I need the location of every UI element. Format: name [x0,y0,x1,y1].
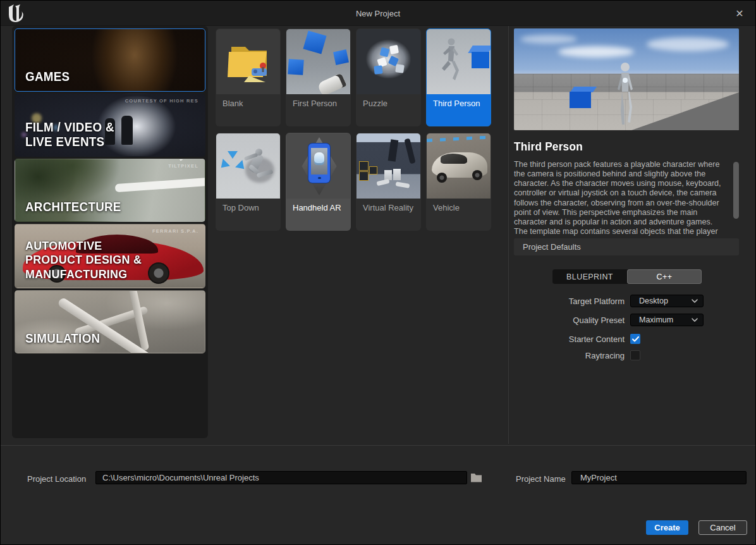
project-defaults-header: Project Defaults [514,238,739,255]
category-simulation[interactable]: SIMULATION [15,290,205,353]
template-puzzle[interactable]: Puzzle [356,28,421,126]
starter-content-checkbox[interactable] [630,334,640,344]
target-platform-label: Target Platform [514,297,625,306]
virtual-reality-thumbnail [357,133,420,199]
vehicle-thumbnail [427,133,491,199]
mannequin-decor [614,61,637,127]
browse-folder-icon[interactable] [470,472,482,483]
category-label: ARCHITECTURE [25,200,121,215]
template-label: Virtual Reality [357,199,420,217]
template-label: First Person [286,94,350,113]
category-panel: GAMES COURTESY OF HIGH RES FILM / VIDEO … [12,26,208,438]
blueprint-option[interactable]: BLUEPRINT [552,269,627,284]
starter-content-label: Starter Content [514,334,625,344]
template-label: Vehicle [427,199,491,217]
silhouette-decor [121,116,133,145]
template-vehicle[interactable]: Vehicle [426,133,491,231]
cpp-option[interactable]: C++ [627,269,702,284]
raytracing-label: Raytracing [514,351,625,360]
cancel-button[interactable]: Cancel [698,520,747,535]
template-title: Third Person [514,140,730,154]
quality-preset-dropdown[interactable]: Maximum [630,314,704,326]
category-label: SIMULATION [25,331,100,346]
template-label: Blank [216,94,280,113]
gun-decor [317,73,346,94]
raytracing-checkbox[interactable] [630,350,640,360]
target-platform-row: Target Platform Desktop [514,295,739,307]
panel-divider [508,26,509,444]
category-label: AUTOMOTIVE PRODUCT DESIGN & MANUFACTURIN… [25,239,142,281]
project-name-label: Project Name [516,474,566,484]
checkmark-icon [632,336,639,342]
template-label: Puzzle [357,94,420,113]
template-first-person[interactable]: First Person [286,28,351,126]
category-label: GAMES [25,70,70,85]
description-scrollbar[interactable] [733,162,739,219]
quality-preset-label: Quality Preset [514,315,625,325]
template-preview-image [514,28,739,130]
puzzle-thumbnail [357,29,420,94]
template-blank[interactable]: Blank [216,28,281,126]
car-decor [148,262,169,284]
template-description: The third person pack features a playabl… [514,160,726,236]
category-label: FILM / VIDEO & LIVE EVENTS [25,120,114,150]
project-name-input[interactable] [571,471,747,484]
third-person-thumbnail [427,29,491,94]
template-description-container: The third person pack features a playabl… [514,160,739,236]
template-label: Handheld AR [286,199,350,217]
starter-content-row: Starter Content [514,334,739,344]
image-credit: TILTPIXEL [168,163,198,169]
quality-preset-row: Quality Preset Maximum [514,314,739,326]
first-person-thumbnail [286,29,350,94]
project-location-input[interactable] [95,471,467,484]
template-label: Top Down [216,199,280,217]
language-toggle: BLUEPRINT C++ [552,269,702,284]
chevron-down-icon [692,318,698,322]
target-platform-dropdown[interactable]: Desktop [630,295,704,307]
blank-folder-icon [216,29,280,94]
dropdown-value: Desktop [631,297,692,305]
chevron-down-icon [692,299,698,303]
template-handheld-ar[interactable]: Handheld AR [286,133,351,231]
category-film-video-live-events[interactable]: COURTESY OF HIGH RES FILM / VIDEO & LIVE… [15,94,205,157]
template-grid: Blank First Person Puzzle [216,28,496,231]
footer: Project Location Project Name Create Can… [1,445,755,545]
create-button[interactable]: Create [646,520,688,535]
project-location-label: Project Location [27,474,86,484]
image-credit: COURTESY OF HIGH RES [125,98,198,104]
raytracing-row: Raytracing [514,350,739,360]
category-architecture[interactable]: TILTPIXEL ARCHITECTURE [15,159,205,222]
mannequin-decor [437,37,462,87]
top-down-thumbnail [216,133,280,199]
category-automotive[interactable]: FERRARI S.P.A. AUTOMOTIVE PRODUCT DESIGN… [15,224,205,288]
template-details-panel: Third Person The third person pack featu… [514,26,739,445]
template-third-person[interactable]: Third Person [426,28,491,126]
category-games[interactable]: GAMES [15,28,205,92]
window-title: New Project [1,1,755,26]
template-virtual-reality[interactable]: Virtual Reality [356,133,421,231]
dropdown-value: Maximum [631,315,692,324]
close-icon[interactable]: ✕ [733,6,747,20]
new-project-dialog: New Project ✕ GAMES COURTESY OF HIGH RES… [0,0,756,545]
titlebar: New Project ✕ [1,1,755,26]
handheld-ar-thumbnail [286,133,350,199]
template-top-down[interactable]: Top Down [216,133,281,231]
image-credit: FERRARI S.P.A. [152,228,198,234]
template-label: Third Person [427,94,491,113]
